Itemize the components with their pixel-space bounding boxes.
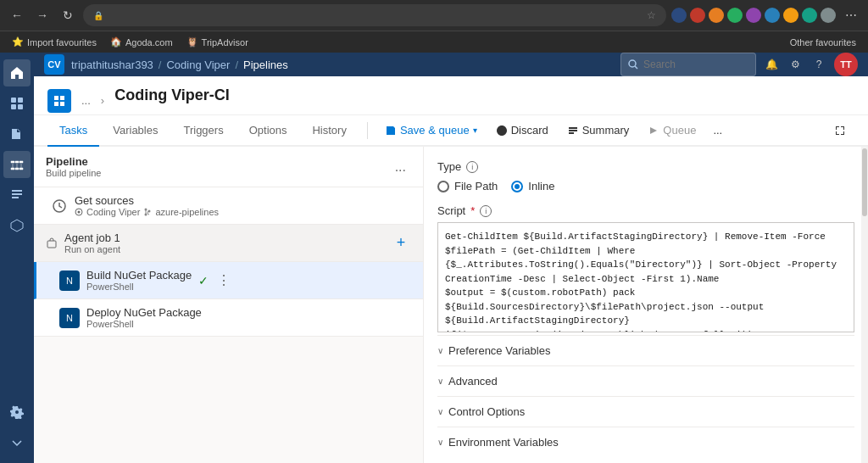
task-deploy-info: Deploy NuGet Package PowerShell — [86, 306, 202, 329]
breadcrumb-org[interactable]: tripathitushar393 — [71, 59, 153, 71]
search-input[interactable] — [643, 59, 745, 70]
maximize-button[interactable] — [826, 120, 854, 142]
extension-icons — [671, 8, 836, 23]
breadcrumb-current[interactable]: Pipelines — [243, 59, 288, 71]
main-app: CV tripathitushar393 / Coding Viper / Pi… — [34, 53, 868, 463]
agent-job-details: Agent job 1 Run on agent — [64, 232, 120, 254]
sidebar-icon-expand[interactable] — [3, 429, 31, 456]
summary-icon — [567, 125, 579, 137]
type-info-icon[interactable]: i — [466, 161, 478, 173]
control-options-title: Control Options — [448, 405, 525, 418]
ext-icon-4 — [727, 8, 743, 23]
settings-button[interactable]: ⋯ — [841, 5, 861, 25]
other-favourites[interactable]: Other favourites — [785, 36, 861, 49]
control-options-section[interactable]: ∨ Control Options — [437, 396, 854, 427]
advanced-section[interactable]: ∨ Advanced — [437, 365, 854, 396]
page-breadcrumb-arrow: › — [101, 94, 104, 107]
discard-button[interactable]: Discard — [487, 119, 557, 142]
summary-button[interactable]: Summary — [559, 119, 638, 142]
preference-variables-title: Preference Variables — [448, 344, 550, 357]
app-header: CV tripathitushar393 / Coding Viper / Pi… — [34, 53, 868, 76]
inline-radio[interactable] — [511, 181, 523, 192]
task-build-name: Build NuGet Package — [86, 269, 192, 282]
settings-icon[interactable]: ⚙ — [787, 56, 804, 73]
ext-icon-5 — [746, 8, 761, 23]
environment-variables-section[interactable]: ∨ Environment Variables — [437, 427, 854, 457]
user-avatar[interactable]: TT — [834, 53, 858, 76]
inline-option[interactable]: Inline — [511, 180, 554, 192]
search-box — [620, 53, 756, 76]
check-mark-icon: ✓ — [198, 274, 209, 287]
get-sources-name: Get sources — [75, 194, 219, 207]
task-item-build[interactable]: N Build NuGet Package PowerShell ✓ ⋮ — [34, 262, 423, 299]
scrollbar-thumb[interactable] — [862, 148, 867, 216]
notifications-icon[interactable]: 🔔 — [763, 56, 780, 73]
url-input[interactable]: https://dev.azure.com/tripathitushar393/… — [108, 9, 642, 21]
agent-job-info: Agent job 1 Run on agent — [46, 232, 120, 254]
script-section: Script * i Get-ChildItem ${Build.Artifac… — [437, 204, 854, 335]
svg-rect-2 — [11, 104, 16, 109]
discard-icon — [496, 125, 508, 137]
agent-job-sub: Run on agent — [64, 244, 120, 254]
environment-variables-title: Environment Variables — [448, 436, 559, 449]
file-path-option[interactable]: File Path — [437, 180, 498, 192]
ext-icon-8 — [802, 8, 817, 23]
tab-triggers[interactable]: Triggers — [171, 115, 235, 147]
task-item-deploy[interactable]: N Deploy NuGet Package PowerShell — [34, 299, 423, 337]
tab-options[interactable]: Options — [237, 115, 299, 147]
queue-button[interactable]: Queue — [639, 119, 704, 142]
breadcrumb-sep-1: / — [159, 59, 162, 71]
breadcrumb-sep-2: / — [235, 59, 238, 71]
save-queue-chevron: ▾ — [473, 126, 477, 135]
forward-button[interactable]: → — [32, 5, 53, 25]
expand-icon — [834, 125, 846, 137]
browser-chrome: ← → ↻ 🔒 https://dev.azure.com/tripathitu… — [0, 0, 868, 53]
bookmark-agoda[interactable]: 🏠 Agoda.com — [105, 35, 178, 49]
address-star[interactable]: ☆ — [647, 9, 656, 21]
svg-rect-1 — [18, 98, 23, 103]
back-button[interactable]: ← — [7, 5, 27, 25]
agoda-icon: 🏠 — [110, 36, 122, 47]
task-build-more-button[interactable]: ⋮ — [212, 271, 236, 290]
svg-rect-0 — [11, 98, 16, 103]
add-task-button[interactable]: + — [391, 233, 411, 254]
get-sources-item[interactable]: Get sources Coding Viper azure-pipelines — [34, 187, 423, 225]
agent-job-header: Agent job 1 Run on agent + — [34, 225, 423, 262]
get-sources-sub: Coding Viper azure-pipelines — [75, 207, 219, 217]
page-breadcrumb-dots[interactable]: ... — [78, 94, 94, 107]
ext-icon-6 — [765, 8, 780, 23]
bookmark-import-favourites[interactable]: ⭐ Import favourites — [7, 35, 102, 49]
svg-point-11 — [78, 211, 81, 214]
file-path-radio[interactable] — [437, 181, 449, 192]
get-sources-icon — [51, 198, 68, 215]
tab-history[interactable]: History — [300, 115, 358, 147]
right-panel: Type i File Path Inline — [424, 147, 868, 463]
bookmark-tripadvisor[interactable]: 🦉 TripAdvisor — [181, 35, 253, 49]
help-icon[interactable]: ? — [810, 56, 827, 73]
type-section: Type i File Path Inline — [437, 160, 854, 192]
task-deploy-sub: PowerShell — [86, 319, 202, 329]
pipeline-more-button[interactable]: ... — [390, 158, 411, 176]
git-icon — [75, 208, 83, 216]
address-bar: 🔒 https://dev.azure.com/tripathitushar39… — [83, 4, 666, 26]
preference-variables-section[interactable]: ∨ Preference Variables — [437, 335, 854, 365]
pipeline-title: Pipeline — [46, 155, 101, 168]
script-editor[interactable]: Get-ChildItem ${Build.ArtifactStagingDir… — [437, 222, 854, 332]
sidebar-icon-settings[interactable] — [3, 399, 31, 426]
sources-icon — [53, 199, 66, 213]
sidebar-icon-testplans[interactable] — [3, 181, 31, 209]
save-queue-button[interactable]: Save & queue ▾ — [376, 119, 486, 142]
more-options-button[interactable]: ... — [706, 119, 729, 142]
breadcrumb-project[interactable]: Coding Viper — [166, 59, 230, 71]
sidebar-icon-pipelines[interactable] — [3, 151, 31, 178]
svg-point-13 — [145, 214, 147, 216]
tab-tasks[interactable]: Tasks — [47, 115, 99, 147]
script-info-icon[interactable]: i — [480, 205, 492, 217]
sidebar-icon-home[interactable] — [3, 59, 31, 86]
tab-variables[interactable]: Variables — [101, 115, 170, 147]
sidebar-icon-boards[interactable] — [3, 90, 31, 117]
sidebar-icon-artifacts[interactable] — [3, 212, 31, 239]
task-deploy-name: Deploy NuGet Package — [86, 306, 202, 319]
sidebar-icon-repos[interactable] — [3, 120, 31, 148]
refresh-button[interactable]: ↻ — [58, 5, 78, 25]
